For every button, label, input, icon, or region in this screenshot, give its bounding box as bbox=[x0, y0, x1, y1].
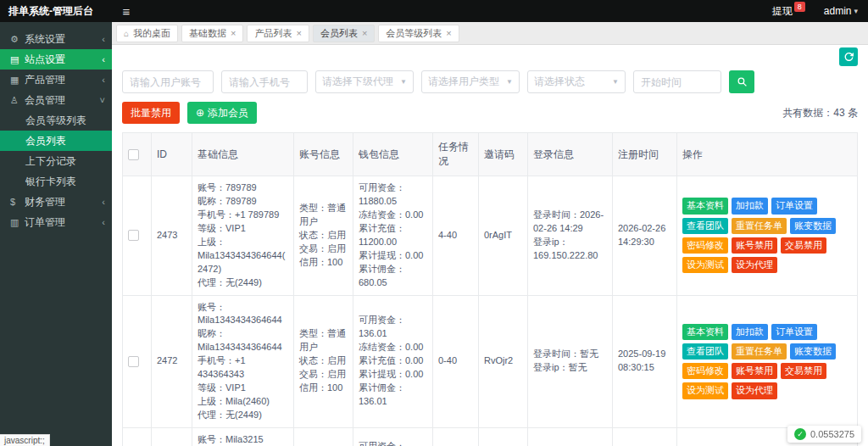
account-input[interactable] bbox=[122, 70, 214, 93]
cell-operations: 基本资料加扣款订单设置查看团队重置任务单账变数据密码修改账号禁用交易禁用设为测试… bbox=[677, 176, 858, 296]
set-test-button[interactable]: 设为测试 bbox=[682, 382, 728, 399]
total-count: 共有数据：43 条 bbox=[782, 106, 858, 120]
chevron-down-icon: ▼ bbox=[400, 78, 407, 86]
search-button[interactable] bbox=[729, 70, 754, 93]
set-agent-button[interactable]: 设为代理 bbox=[732, 382, 777, 399]
tab-basic-data[interactable]: 基础数据× bbox=[181, 25, 243, 42]
tab-product-list[interactable]: 产品列表× bbox=[247, 25, 309, 42]
load-time-value: 0.0553275 bbox=[810, 429, 854, 439]
tab-desktop[interactable]: ⌂我的桌面 bbox=[116, 25, 178, 42]
sidebar-item-site-settings[interactable]: ▤站点设置‹ bbox=[0, 49, 112, 70]
column-header: 邀请码 bbox=[479, 133, 528, 176]
sidebar-item-order-management[interactable]: ▥订单管理‹ bbox=[0, 212, 112, 232]
user-type-select-placeholder: 请选择用户类型 bbox=[428, 75, 499, 89]
batch-disable-button[interactable]: 批量禁用 bbox=[122, 102, 180, 124]
phone-input[interactable] bbox=[221, 70, 308, 93]
tab-label: 我的桌面 bbox=[133, 27, 170, 40]
order-settings-button[interactable]: 订单设置 bbox=[771, 324, 817, 340]
sidebar-item-label: 系统设置 bbox=[25, 32, 102, 47]
sidebar-subitem-member-level-list[interactable]: 会员等级列表 bbox=[0, 110, 112, 131]
change-password-button[interactable]: 密码修改 bbox=[682, 237, 728, 254]
agent-select[interactable]: 请选择下级代理 ▼ bbox=[315, 70, 414, 93]
member-table: ID基础信息账号信息钱包信息任务情况邀请码登录信息注册时间操作 2473账号：7… bbox=[122, 132, 858, 446]
balance-log-button[interactable]: 账变数据 bbox=[790, 343, 836, 360]
close-icon[interactable]: × bbox=[446, 28, 451, 38]
order-icon: ▥ bbox=[10, 217, 25, 228]
column-header: 注册时间 bbox=[613, 133, 677, 176]
content-panel: 请选择下级代理 ▼ 请选择用户类型 ▼ 请选择状态 ▼ 批量禁用 bbox=[112, 45, 868, 446]
cell-account-info: 类型：普通用户状态：启用交易：启用信用：100 bbox=[294, 427, 353, 446]
main-area: ⌂我的桌面基础数据×产品列表×会员列表×会员等级列表× 请选择下级代理 ▼ 请选… bbox=[112, 22, 868, 446]
basic-profile-button[interactable]: 基本资料 bbox=[682, 198, 728, 214]
chevron-left-icon: ‹ bbox=[102, 75, 105, 85]
load-time-chip: ✓ 0.0553275 bbox=[787, 426, 861, 443]
status-bar-link: javascript:; bbox=[0, 434, 50, 446]
sidebar-item-member-management[interactable]: ♙会员管理˅ bbox=[0, 90, 112, 110]
set-test-button[interactable]: 设为测试 bbox=[682, 257, 728, 273]
cell-id: 2473 bbox=[152, 176, 192, 296]
action-bar: 批量禁用 ⊕ 添加会员 共有数据：43 条 bbox=[122, 102, 858, 132]
tab-member-list[interactable]: 会员列表× bbox=[313, 25, 375, 42]
cell-wallet-info: 可用资金：136.01冻结资金：0.00累计充值：0.00累计提现：0.00累计… bbox=[353, 295, 433, 427]
close-icon[interactable]: × bbox=[231, 28, 236, 38]
sidebar-item-label: 会员管理 bbox=[25, 93, 100, 108]
chevron-left-icon: ‹ bbox=[102, 217, 105, 227]
sidebar-item-product-management[interactable]: ▦产品管理‹ bbox=[0, 70, 112, 90]
username: admin bbox=[824, 5, 852, 17]
close-icon[interactable]: × bbox=[362, 28, 367, 38]
view-team-button[interactable]: 查看团队 bbox=[682, 343, 728, 360]
member-icon: ♙ bbox=[10, 95, 25, 106]
refresh-button[interactable] bbox=[839, 47, 858, 66]
table-row: 2472账号：Mila1343434364644昵称：Mila134343436… bbox=[123, 295, 858, 427]
status-select[interactable]: 请选择状态 ▼ bbox=[527, 70, 626, 93]
column-header: 基础信息 bbox=[192, 133, 294, 176]
add-member-button[interactable]: ⊕ 添加会员 bbox=[187, 102, 257, 124]
cell-register-time: 2025-09-19 03:08:46 bbox=[613, 427, 677, 446]
sidebar-subitem-bank-card-list[interactable]: 银行卡列表 bbox=[0, 171, 112, 192]
sidebar-item-system-settings[interactable]: ⚙系统设置‹ bbox=[0, 29, 112, 49]
balance-log-button[interactable]: 账变数据 bbox=[790, 218, 836, 234]
tab-member-level-list[interactable]: 会员等级列表× bbox=[378, 25, 459, 42]
chevron-left-icon: ‹ bbox=[102, 197, 105, 207]
withdraw-link[interactable]: 提现 8 bbox=[772, 4, 805, 19]
table-row: 2471账号：Mila3215昵称：Mila3215手机号：+1 1155214… bbox=[123, 427, 858, 446]
refresh-icon bbox=[843, 52, 854, 63]
adjust-balance-button[interactable]: 加扣款 bbox=[732, 324, 768, 340]
user-type-select[interactable]: 请选择用户类型 ▼ bbox=[421, 70, 520, 93]
sidebar-subitem-member-list[interactable]: 会员列表 bbox=[0, 131, 112, 151]
tab-label: 会员列表 bbox=[320, 27, 358, 40]
start-date-input[interactable] bbox=[633, 70, 721, 93]
row-checkbox[interactable] bbox=[128, 230, 139, 241]
column-header: 钱包信息 bbox=[353, 133, 433, 176]
user-menu[interactable]: admin ▾ bbox=[824, 5, 858, 17]
disable-trade-button[interactable]: 交易禁用 bbox=[781, 237, 826, 254]
row-checkbox[interactable] bbox=[128, 356, 139, 367]
disable-account-button[interactable]: 账号禁用 bbox=[732, 363, 777, 379]
cell-basic-info: 账号：Mila3215昵称：Mila3215手机号：+1 1155214545等… bbox=[192, 427, 294, 446]
disable-account-button[interactable]: 账号禁用 bbox=[732, 237, 777, 254]
cell-task-status: 0-40 bbox=[433, 427, 479, 446]
sidebar-item-finance-management[interactable]: $财务管理‹ bbox=[0, 192, 112, 212]
add-member-label: 添加会员 bbox=[208, 106, 248, 120]
select-all-checkbox[interactable] bbox=[128, 149, 139, 160]
reset-task-button[interactable]: 重置任务单 bbox=[732, 218, 787, 234]
view-team-button[interactable]: 查看团队 bbox=[682, 218, 728, 234]
cell-task-status: 0-40 bbox=[433, 295, 479, 427]
app-title: 排单系统-管理后台 bbox=[0, 4, 112, 19]
sidebar-subitem-updown-record[interactable]: 上下分记录 bbox=[0, 151, 112, 171]
basic-profile-button[interactable]: 基本资料 bbox=[682, 324, 728, 340]
reset-task-button[interactable]: 重置任务单 bbox=[732, 343, 787, 360]
tab-label: 基础数据 bbox=[189, 27, 226, 40]
close-icon[interactable]: × bbox=[296, 28, 301, 38]
disable-trade-button[interactable]: 交易禁用 bbox=[781, 363, 826, 379]
cell-wallet-info: 可用资金：1500.00冻结资金：0.00累计充值：1500.00累计提现：0.… bbox=[353, 427, 433, 446]
set-agent-button[interactable]: 设为代理 bbox=[732, 257, 777, 273]
adjust-balance-button[interactable]: 加扣款 bbox=[732, 198, 768, 214]
order-settings-button[interactable]: 订单设置 bbox=[771, 198, 817, 214]
change-password-button[interactable]: 密码修改 bbox=[682, 363, 728, 379]
main-layout: ⚙系统设置‹▤站点设置‹▦产品管理‹♙会员管理˅会员等级列表会员列表上下分记录银… bbox=[0, 22, 868, 446]
product-icon: ▦ bbox=[10, 75, 25, 86]
cell-account-info: 类型：普通用户状态：启用交易：启用信用：100 bbox=[294, 295, 353, 427]
sidebar-item-label: 财务管理 bbox=[25, 195, 102, 209]
hamburger-icon[interactable]: ≡ bbox=[112, 4, 141, 19]
